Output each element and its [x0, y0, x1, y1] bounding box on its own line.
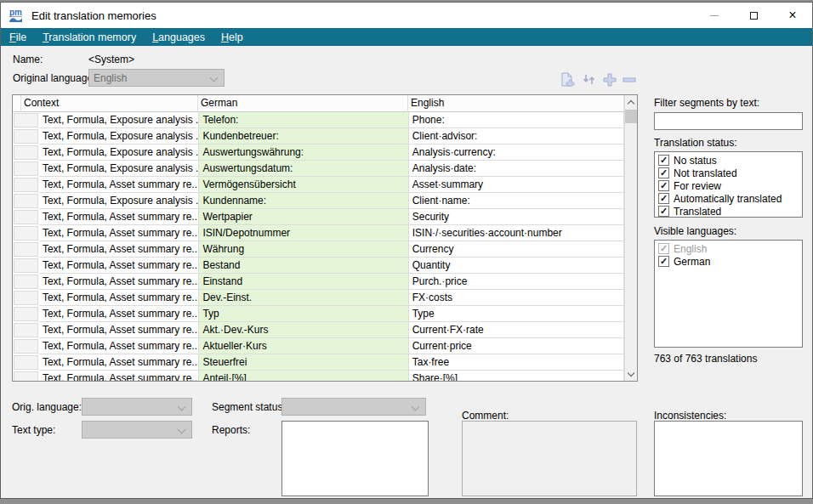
- cell-english[interactable]: Quantity: [409, 258, 624, 274]
- add-button[interactable]: [602, 72, 617, 87]
- text-type-combobox[interactable]: [82, 421, 192, 439]
- original-language-combobox[interactable]: English: [88, 69, 225, 87]
- new-document-button[interactable]: [560, 72, 575, 87]
- row-header-cell[interactable]: [14, 258, 38, 273]
- cell-german[interactable]: Wertpapier: [199, 209, 408, 225]
- cell-german[interactable]: Aktueller·Kurs: [199, 338, 408, 354]
- cell-english[interactable]: Current·FX·rate: [409, 322, 624, 338]
- cell-context[interactable]: Text, Formula, Asset summary re...: [39, 225, 199, 241]
- scroll-up-button[interactable]: [625, 95, 637, 109]
- cell-german[interactable]: Vermögensübersicht: [199, 177, 408, 193]
- cell-context[interactable]: Text, Formula, Asset summary re...: [39, 209, 199, 225]
- row-header-cell[interactable]: [14, 242, 38, 257]
- cell-german[interactable]: Telefon:: [199, 112, 408, 128]
- cell-german[interactable]: Einstand: [199, 274, 408, 290]
- cell-german[interactable]: Bestand: [199, 258, 408, 274]
- column-header-english[interactable]: English: [408, 95, 624, 112]
- cell-context[interactable]: Text, Formula, Exposure analysis ...: [39, 128, 199, 144]
- cell-german[interactable]: ISIN/Depotnummer: [199, 225, 408, 241]
- maximize-button[interactable]: [734, 3, 773, 28]
- filter-input[interactable]: [654, 112, 803, 130]
- cell-german[interactable]: Akt.·Dev.-Kurs: [199, 322, 408, 338]
- cell-english[interactable]: ISIN·/·securities·account·number: [409, 225, 624, 241]
- menu-file[interactable]: File: [9, 31, 26, 43]
- cell-german[interactable]: Anteil·[%]: [199, 371, 408, 382]
- status-checkbox-automatically-translated[interactable]: ✓Automatically translated: [655, 192, 802, 205]
- cell-english[interactable]: Type: [409, 306, 624, 322]
- row-header-cell[interactable]: [14, 339, 38, 354]
- cell-german[interactable]: Dev.-Einst.: [199, 290, 408, 306]
- cell-english[interactable]: Purch.·price: [409, 274, 624, 290]
- row-header-cell[interactable]: [14, 210, 38, 224]
- status-checkbox-no-status[interactable]: ✓No status: [655, 154, 802, 167]
- cell-context[interactable]: Text, Formula, Asset summary re...: [39, 274, 199, 290]
- comment-textarea[interactable]: [462, 421, 637, 496]
- cell-context[interactable]: Text, Formula, Exposure analysis ...: [39, 144, 199, 161]
- cell-english[interactable]: Asset·summary: [409, 177, 624, 193]
- cell-german[interactable]: Typ: [199, 306, 408, 322]
- menu-translation-memory[interactable]: Translation memory: [43, 31, 136, 43]
- cell-context[interactable]: Text, Formula, Exposure analysis ...: [39, 161, 199, 177]
- cell-context[interactable]: Text, Formula, Asset summary re...: [39, 177, 199, 193]
- segment-status-combobox[interactable]: [281, 398, 426, 416]
- cell-english[interactable]: Security: [409, 209, 624, 225]
- cell-german[interactable]: Währung: [199, 241, 408, 258]
- cell-english[interactable]: Analysis·date:: [409, 161, 624, 177]
- cell-german[interactable]: Auswertungsdatum:: [199, 161, 408, 177]
- row-header-cell[interactable]: [14, 275, 38, 289]
- cell-context[interactable]: Text, Formula, Asset summary re...: [39, 306, 199, 322]
- row-header-cell[interactable]: [14, 161, 38, 176]
- status-checkbox-not-translated[interactable]: ✓Not translated: [655, 167, 802, 179]
- sync-button[interactable]: [582, 72, 597, 87]
- cell-context[interactable]: Text, Formula, Asset summary re...: [39, 241, 199, 258]
- cell-context[interactable]: Text, Formula, Asset summary re...: [39, 338, 199, 354]
- minimize-button[interactable]: [695, 3, 734, 28]
- cell-english[interactable]: Tax·free: [409, 354, 624, 371]
- row-header-cell[interactable]: [14, 129, 38, 144]
- column-header-context[interactable]: Context: [21, 95, 198, 112]
- status-checkbox-for-review[interactable]: ✓For review: [655, 179, 802, 192]
- row-header-cell[interactable]: [14, 291, 38, 305]
- table-vertical-scrollbar[interactable]: [624, 95, 637, 381]
- language-checkbox-german[interactable]: ✓German: [655, 255, 802, 268]
- table-corner-cell[interactable]: [13, 95, 21, 112]
- cell-context[interactable]: Text, Formula, Asset summary re...: [39, 258, 199, 274]
- row-header-cell[interactable]: [14, 145, 38, 160]
- row-header-cell[interactable]: [14, 178, 38, 192]
- reports-listbox[interactable]: [281, 421, 429, 496]
- row-header-cell[interactable]: [14, 323, 38, 337]
- cell-english[interactable]: Current·price: [409, 338, 624, 354]
- cell-english[interactable]: Analysis·currency:: [409, 144, 624, 161]
- cell-german[interactable]: Steuerfrei: [199, 354, 408, 371]
- language-checkbox-english[interactable]: ✓English: [655, 242, 802, 255]
- cell-english[interactable]: Phone:: [409, 112, 624, 128]
- scroll-down-button[interactable]: [625, 367, 637, 381]
- cell-english[interactable]: FX·costs: [409, 290, 624, 306]
- cell-english[interactable]: Client·advisor:: [409, 128, 624, 144]
- cell-context[interactable]: Text, Formula, Exposure analysis ...: [39, 112, 199, 128]
- close-button[interactable]: ×: [773, 3, 812, 28]
- cell-context[interactable]: Text, Formula, Asset summary re...: [39, 354, 199, 371]
- menu-help[interactable]: Help: [221, 31, 243, 43]
- cell-german[interactable]: Auswertungswährung:: [199, 144, 408, 161]
- row-header-cell[interactable]: [14, 113, 38, 127]
- cell-context[interactable]: Text, Formula, Exposure analysis ...: [39, 193, 199, 209]
- column-header-german[interactable]: German: [198, 95, 408, 112]
- cell-english[interactable]: Share·[%]: [409, 371, 624, 382]
- cell-context[interactable]: Text, Formula, Asset summary re...: [39, 371, 199, 382]
- inconsistencies-listbox[interactable]: [654, 421, 803, 496]
- row-header-cell[interactable]: [14, 226, 38, 241]
- status-checkbox-translated[interactable]: ✓Translated: [655, 205, 802, 218]
- row-header-cell[interactable]: [14, 307, 38, 321]
- row-header-cell[interactable]: [14, 194, 38, 208]
- cell-english[interactable]: Client·name:: [409, 193, 624, 209]
- row-header-cell[interactable]: [14, 371, 38, 382]
- remove-button[interactable]: [622, 72, 637, 87]
- cell-context[interactable]: Text, Formula, Asset summary re...: [39, 290, 199, 306]
- cell-german[interactable]: Kundenbetreuer:: [199, 128, 408, 144]
- menu-languages[interactable]: Languages: [152, 31, 205, 43]
- row-header-cell[interactable]: [14, 355, 38, 370]
- scrollbar-thumb[interactable]: [625, 110, 637, 123]
- cell-context[interactable]: Text, Formula, Asset summary re...: [39, 322, 199, 338]
- cell-english[interactable]: Currency: [409, 241, 624, 258]
